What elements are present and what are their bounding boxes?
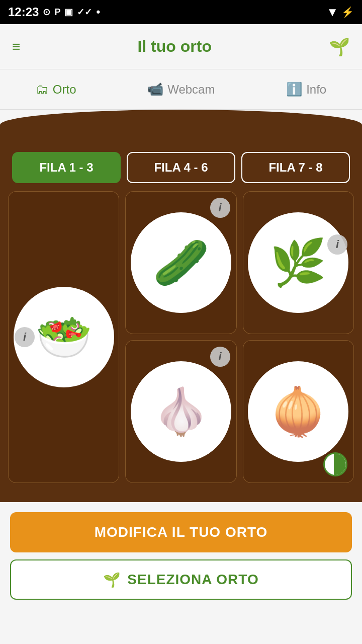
row-7-8-button[interactable]: FILA 7 - 8 [241, 152, 350, 183]
plant-grid: i 🥗 i 🥒 i 🌿 i 🧄 [0, 191, 362, 483]
tab-info-label: Info [306, 83, 326, 97]
tab-bar: 🗂 Orto 📹 Webcam ℹ️ Info [0, 69, 362, 110]
header: ≡ Il tuo orto 🌱 [0, 24, 362, 69]
app-title: Il tuo orto [137, 37, 212, 56]
select-orto-button[interactable]: 🌱 SELEZIONA ORTO [10, 559, 352, 600]
garlic-circle: 🧄 [131, 361, 231, 462]
plant-card-garlic[interactable]: i 🧄 [125, 340, 236, 483]
select-orto-label: SELEZIONA ORTO [127, 572, 258, 588]
time-display: 12:23 [8, 5, 39, 19]
info-garlic-icon[interactable]: i [210, 347, 230, 367]
battery-icon: ⚡ [341, 6, 354, 18]
plant-card-beet[interactable]: i 🥗 [8, 191, 119, 483]
row-4-6-button[interactable]: FILA 4 - 6 [127, 152, 235, 183]
plant-card-empty-right[interactable]: i 🌿 [243, 191, 354, 334]
info-beet-icon[interactable]: i [15, 327, 35, 347]
modify-orto-button[interactable]: MODIFICA IL TUO ORTO [10, 512, 352, 552]
dot-icon: • [96, 6, 100, 19]
soil-top-decoration [0, 110, 362, 140]
tab-webcam-label: Webcam [167, 83, 215, 97]
toggle-half-icon[interactable] [323, 452, 347, 476]
status-bar-left: 12:23 ⊙ P ▣ ✓✓ • [8, 5, 100, 19]
hamburger-menu-icon[interactable]: ≡ [12, 39, 20, 55]
webcam-tab-icon: 📹 [147, 82, 163, 97]
cucumber-circle: 🥒 [131, 212, 231, 313]
onion-circle: 🧅 [248, 361, 348, 462]
soil-area: FILA 1 - 3 FILA 4 - 6 FILA 7 - 8 i 🥗 i 🥒… [0, 110, 362, 502]
wifi-icon: ▼ [326, 5, 338, 19]
green-onion-circle: 🌿 [248, 212, 348, 313]
plant-card-onion[interactable]: 🧅 [243, 340, 354, 483]
battery-saver-icon: ▣ [64, 7, 73, 18]
info-cucumber-icon[interactable]: i [210, 198, 230, 218]
seedling-select-icon: 🌱 [103, 572, 121, 588]
row-selector: FILA 1 - 3 FILA 4 - 6 FILA 7 - 8 [0, 140, 362, 191]
info-empty-right-icon[interactable]: i [327, 234, 347, 255]
status-bar: 12:23 ⊙ P ▣ ✓✓ • ▼ ⚡ [0, 0, 362, 24]
done-all-icon: ✓✓ [77, 7, 92, 18]
parking-icon: P [54, 7, 60, 18]
tab-orto-label: Orto [53, 83, 76, 97]
status-bar-right: ▼ ⚡ [326, 5, 354, 19]
green-onion-emoji: 🌿 [270, 240, 326, 285]
plant-card-cucumber[interactable]: i 🥒 [125, 191, 236, 334]
bottom-area: MODIFICA IL TUO ORTO 🌱 SELEZIONA ORTO [0, 502, 362, 608]
info-tab-icon: ℹ️ [286, 82, 302, 97]
cucumber-emoji: 🥒 [153, 240, 209, 285]
tab-info[interactable]: ℹ️ Info [276, 77, 336, 101]
tab-orto[interactable]: 🗂 Orto [26, 77, 86, 101]
row-1-3-button[interactable]: FILA 1 - 3 [12, 152, 121, 183]
notification-icon: ⊙ [43, 7, 50, 18]
plant-logo-icon[interactable]: 🌱 [329, 37, 350, 57]
onion-emoji: 🧅 [270, 389, 326, 434]
garlic-emoji: 🧄 [153, 389, 209, 434]
tab-webcam[interactable]: 📹 Webcam [137, 77, 225, 101]
beet-emoji: 🥗 [36, 314, 92, 360]
orto-tab-icon: 🗂 [36, 82, 49, 97]
